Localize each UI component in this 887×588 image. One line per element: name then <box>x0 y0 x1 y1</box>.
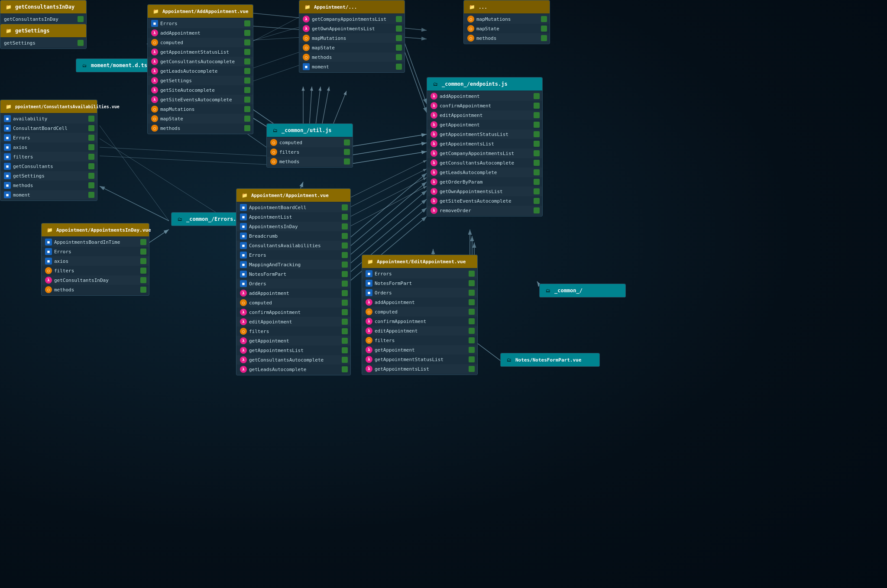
badge5 <box>88 135 94 141</box>
aid-icon-2: ■ <box>45 248 52 255</box>
appts-inday-card: 📁 Appointment/AppointmentsInDay.vue ■App… <box>41 223 149 296</box>
tr-row-1: mapMutations <box>476 16 539 22</box>
av-row-15: getAppointment <box>249 338 340 344</box>
av-badge-6 <box>342 252 348 258</box>
ep-badge-3 <box>534 112 540 118</box>
aa-badge-4 <box>244 49 250 55</box>
aa-row-3: computed <box>160 40 242 45</box>
cu-icon-1: ◯ <box>270 139 277 146</box>
ep-badge-13 <box>534 207 540 213</box>
ea-row-1: Errors <box>375 271 466 277</box>
tc-row-6: moment <box>312 64 394 70</box>
av-icon-5: ■ <box>240 242 247 249</box>
tc-badge-2 <box>396 26 402 32</box>
ea-row-5: computed <box>375 309 466 315</box>
ea-row-11: getAppointmentsList <box>375 366 466 372</box>
av-badge-7 <box>342 262 348 268</box>
appts-inday-title: Appointment/AppointmentsInDay.vue <box>56 227 151 233</box>
avail-row-2: ConsultantBoardCell <box>13 126 86 131</box>
aa-icon-7: λ <box>151 77 158 84</box>
ep-icon-8: λ <box>431 159 437 166</box>
get-consultants-inday-card: 📁 getConsultantsInDay getConsultantsInDa… <box>0 0 87 25</box>
tc-row-1: getCompanyAppointmentsList <box>312 16 394 22</box>
av-badge-10 <box>342 290 348 296</box>
svg-line-4 <box>346 134 427 147</box>
ep-badge-9 <box>534 169 540 175</box>
edit-appointment-card: 📁 Appointment/EditAppointment.vue ■Error… <box>362 255 478 375</box>
cu-badge-2 <box>344 149 350 155</box>
tr-badge-2 <box>541 26 547 32</box>
av-badge-17 <box>342 357 348 363</box>
add-appointment-header: 📁 Appointment/AddAppointment.vue <box>148 5 253 18</box>
av-icon-4: ■ <box>240 233 247 239</box>
av-row-11: computed <box>249 300 340 306</box>
ea-icon-6: λ <box>366 318 372 325</box>
aa-row-9: getSiteEventsAutocomplete <box>160 97 242 103</box>
tr-icon-2: ◯ <box>467 25 474 32</box>
av-row-14: filters <box>249 329 340 334</box>
ep-row-3: editAppointment <box>440 113 531 118</box>
row-icon-6: ■ <box>4 163 11 170</box>
ep-row-13: removeOrder <box>440 208 531 213</box>
tc-icon-5: ◯ <box>303 54 310 61</box>
aid-row-1: AppointmentsBoardInTime <box>54 239 138 245</box>
av-badge-8 <box>342 271 348 277</box>
av-badge-9 <box>342 281 348 287</box>
ea-icon-7: λ <box>366 327 372 334</box>
av-row-5: ConsultantsAvailabilities <box>249 243 340 249</box>
endpoints-header: 🗂 _common_/endpoints.js <box>427 78 542 90</box>
av-row-17: getConsultantsAutocomplete <box>249 357 340 363</box>
svg-line-48 <box>100 147 266 156</box>
row-icon-5: ■ <box>4 153 11 160</box>
consultants-avail-card: 📁 ppointment/ConsultantsAvailabilities.v… <box>0 100 97 201</box>
aa-row-1: Errors <box>160 21 242 26</box>
avail-row-5: filters <box>13 154 86 160</box>
aa-icon-9: λ <box>151 96 158 103</box>
tc-badge-1 <box>396 16 402 22</box>
endpoints-icon: 🗂 <box>431 80 439 88</box>
ea-row-3: Orders <box>375 290 466 296</box>
ep-badge-2 <box>534 103 540 109</box>
row-icon-9: ■ <box>4 191 11 198</box>
tc-badge-4 <box>396 45 402 51</box>
aa-icon-6: λ <box>151 68 158 74</box>
av-row-16: getAppointmentsList <box>249 348 340 353</box>
av-badge-3 <box>342 223 348 229</box>
ea-badge-7 <box>469 328 475 334</box>
badge8 <box>88 163 94 169</box>
common-right-header: 🗂 _common_/ <box>540 284 625 297</box>
tc-badge-3 <box>396 35 402 41</box>
av-row-10: addAppointment <box>249 291 340 296</box>
moment-title: moment/moment.d.ts <box>91 62 147 68</box>
appts-inday-header: 📁 Appointment/AppointmentsInDay.vue <box>42 223 149 236</box>
endpoints-card: 🗂 _common_/endpoints.js λaddAppointment … <box>427 77 543 216</box>
get-settings-card: 📁 getSettings getSettings <box>0 24 87 49</box>
aa-row-5: getConsultantsAutocomplete <box>160 59 242 65</box>
aid-badge-1 <box>140 239 146 245</box>
tr-row-3: methods <box>476 36 539 41</box>
ea-icon-5: ◯ <box>366 308 372 315</box>
add-appointment-card: 📁 Appointment/AddAppointment.vue ■Errors… <box>147 4 253 134</box>
aa-badge-7 <box>244 78 250 84</box>
aa-badge-1 <box>244 20 250 26</box>
ep-row-12: getSiteEventsAutocomplete <box>440 198 531 204</box>
tc-icon-6: ■ <box>303 63 310 70</box>
ep-icon-12: λ <box>431 197 437 204</box>
ep-row-5: getAppointmentStatusList <box>440 132 531 137</box>
badge6 <box>88 144 94 150</box>
aid-badge-3 <box>140 258 146 264</box>
aa-icon-1: ■ <box>151 20 158 27</box>
tc-row-4: mapState <box>312 45 394 51</box>
ea-badge-8 <box>469 337 475 343</box>
ea-badge-11 <box>469 366 475 372</box>
ep-icon-7: λ <box>431 150 437 157</box>
row-icon-3: ■ <box>4 134 11 141</box>
av-badge-16 <box>342 347 348 353</box>
ea-icon-10: λ <box>366 356 372 363</box>
appointment-vue-header: 📁 Appointment/Appointment.vue <box>236 189 350 202</box>
ea-badge-4 <box>469 299 475 305</box>
tc-row-3: mapMutations <box>312 36 394 41</box>
common-right-card: 🗂 _common_/ <box>539 284 626 297</box>
common-right-title: _common_/ <box>554 288 583 294</box>
aid-icon-3: ■ <box>45 258 52 265</box>
